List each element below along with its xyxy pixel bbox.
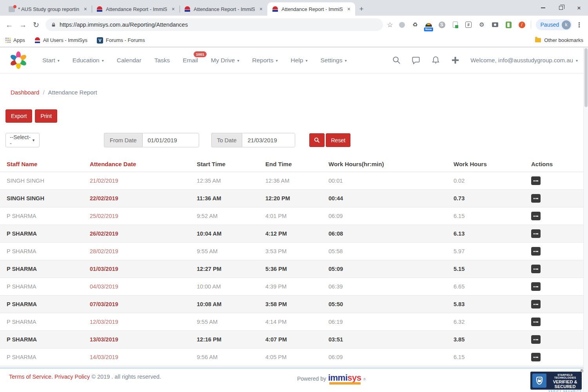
chat-icon[interactable] (412, 56, 421, 65)
page-scrollbar[interactable] (583, 47, 588, 392)
document-extension-icon[interactable] (451, 21, 459, 29)
back-button[interactable]: ← (5, 21, 13, 29)
actions-cell (524, 172, 588, 190)
attendance-date-cell: 26/02/2019 (83, 225, 190, 243)
welcome-text: Welcome, info@ausstudygroup.com.au (470, 57, 573, 64)
tab-close-icon[interactable]: × (82, 6, 89, 12)
staff-name-cell: P SHARMA (0, 331, 83, 348)
minimize-button[interactable] (534, 0, 552, 16)
nav-item-my-drive[interactable]: My Drive▾ (211, 57, 239, 64)
tab-close-icon[interactable]: × (346, 6, 352, 12)
skype-extension-icon[interactable]: S (438, 21, 446, 29)
restore-button[interactable] (552, 0, 570, 16)
bookmark-apps[interactable]: Apps (5, 37, 25, 43)
browser-tab[interactable]: Attendance Report - ImmiSys× (180, 2, 267, 16)
bookmark-label: Forums - Forums (106, 37, 145, 43)
row-actions-button[interactable] (531, 318, 541, 326)
start-time-cell: 9:52 AM (190, 207, 259, 225)
column-header-work-hours[interactable]: Work Hours (447, 157, 524, 172)
reload-button[interactable]: ↻ (33, 21, 39, 29)
tab-close-icon[interactable]: × (258, 6, 264, 12)
table-row: P SHARMA12/03/20199:55 AM4:14 PM06:196.3… (0, 313, 588, 331)
browser-tab[interactable]: Attendance Report - ImmiSys× (92, 2, 180, 16)
column-header-end-time[interactable]: End Time (259, 157, 322, 172)
row-actions-button[interactable] (531, 282, 541, 291)
grid-extension-icon[interactable]: # (465, 21, 473, 29)
breadcrumb: Dashboard / Attendance Report (0, 73, 588, 96)
new-tab-button[interactable]: + (355, 2, 368, 16)
column-header-staff-name[interactable]: Staff Name (0, 157, 83, 172)
row-actions-button[interactable] (531, 353, 541, 361)
nav-item-help[interactable]: Help▾ (291, 57, 308, 64)
row-actions-button[interactable] (531, 194, 541, 203)
nav-item-tasks[interactable]: Tasks (154, 57, 170, 64)
browser-tab[interactable]: Attendance Report - ImmiSys× (267, 2, 355, 16)
circle-extension-icon[interactable] (398, 21, 406, 29)
column-header-work-hours-hr-min-[interactable]: Work Hours(hr:min) (322, 157, 447, 172)
add-plus-icon[interactable] (451, 56, 460, 65)
notifications-bell-icon[interactable] (431, 56, 440, 65)
camera-extension-icon[interactable] (491, 21, 499, 29)
column-header-attendance-date[interactable]: Attendance Date (83, 157, 190, 172)
bookmark-star-icon[interactable]: ☆ (387, 21, 393, 29)
speed-gauge-extension-icon[interactable]: New (425, 21, 433, 29)
row-actions-button[interactable] (531, 300, 541, 309)
recycle-extension-icon[interactable]: ♻ (411, 21, 419, 29)
gear-icon: ⚙ (479, 21, 484, 28)
row-actions-button[interactable] (531, 335, 541, 344)
profile-avatar[interactable]: k (562, 20, 571, 29)
row-actions-button[interactable] (531, 265, 541, 273)
work-hours-hrmin-cell: 06:39 (322, 278, 447, 296)
end-time-cell: 5:36 PM (259, 260, 322, 278)
aus-study-group-logo[interactable] (9, 51, 27, 69)
print-button[interactable]: Print (35, 109, 57, 123)
staff-select[interactable]: --Select-- ▼ (5, 133, 40, 147)
from-date-input[interactable] (142, 133, 199, 147)
ellipsis-dot (534, 304, 535, 305)
column-header-actions[interactable]: Actions (524, 157, 588, 172)
actions-cell (524, 225, 588, 243)
user-menu[interactable]: Welcome, info@ausstudygroup.com.au ▾ (470, 57, 578, 64)
nav-item-email[interactable]: Email1001 (183, 57, 198, 64)
nav-item-settings[interactable]: Settings▾ (320, 57, 347, 64)
bookmark-forums-forums[interactable]: VForums - Forums (97, 37, 145, 44)
folder-icon (535, 38, 541, 42)
privacy-link[interactable]: Privacy Policy (54, 374, 90, 380)
end-time-cell: 4:14 PM (259, 313, 322, 331)
export-button[interactable]: Export (5, 109, 32, 123)
close-window-button[interactable]: × (570, 0, 588, 16)
attendance-date-cell: 22/02/2019 (83, 190, 190, 207)
breadcrumb-dashboard-link[interactable]: Dashboard (11, 89, 39, 96)
to-date-input[interactable] (242, 133, 295, 147)
reset-button[interactable]: Reset (326, 133, 350, 147)
sync-paused-chip[interactable]: Paused k (536, 19, 572, 30)
bookmark-all-users-immisys[interactable]: All Users - ImmiSys (34, 37, 87, 43)
search-icon[interactable] (392, 56, 401, 65)
actions-cell (524, 278, 588, 296)
nav-item-calendar[interactable]: Calendar (117, 57, 142, 64)
nav-item-reports[interactable]: Reports▾ (252, 57, 278, 64)
forward-button[interactable]: → (19, 21, 27, 29)
door-extension-icon[interactable] (505, 21, 513, 29)
minimize-icon (541, 7, 545, 8)
browsec-extension-icon[interactable]: / (518, 21, 526, 29)
address-bar[interactable]: https://app.immisys.com.au/Reporting/Att… (45, 18, 383, 31)
row-actions-button[interactable] (531, 212, 541, 220)
chevron-down-icon: ▾ (276, 58, 278, 63)
scrollbar-thumb[interactable] (584, 48, 588, 107)
search-button[interactable] (309, 133, 325, 147)
row-actions-button[interactable] (531, 176, 541, 185)
row-actions-button[interactable] (531, 229, 541, 238)
nav-item-education[interactable]: Education▾ (73, 57, 104, 64)
other-bookmarks[interactable]: Other bookmarks (535, 37, 583, 43)
verified-secured-badge[interactable]: ® STARFIELD TECHNOLOGIES VERIFIED & SECU… (530, 372, 582, 390)
nav-item-start[interactable]: Start▾ (42, 57, 60, 64)
browser-menu-button[interactable]: ⋮ (576, 21, 583, 29)
gear-extension-icon[interactable]: ⚙ (478, 21, 486, 29)
column-header-start-time[interactable]: Start Time (190, 157, 259, 172)
terms-link[interactable]: Terms of Service. (9, 374, 53, 380)
browser-tab[interactable]: * AUS Study group reporting tha× (4, 2, 92, 16)
tab-close-icon[interactable]: × (170, 6, 176, 12)
row-actions-button[interactable] (531, 247, 541, 256)
bookmarks: AppsAll Users - ImmiSysVForums - Forums (5, 37, 154, 44)
